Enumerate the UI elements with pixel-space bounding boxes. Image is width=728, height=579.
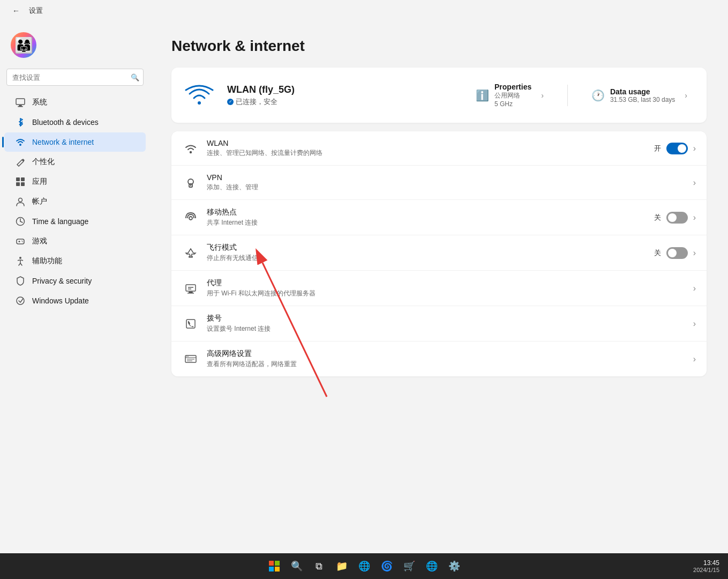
- sidebar-item-privacy[interactable]: Privacy & security: [4, 271, 146, 291]
- sidebar-icon-accessibility: [15, 256, 26, 266]
- toggle-hotspot[interactable]: [666, 212, 688, 224]
- toggle-wlan[interactable]: [666, 143, 688, 154]
- sidebar-item-bluetooth[interactable]: Bluetooth & devices: [4, 113, 146, 132]
- setting-title-wlan: WLAN: [207, 139, 654, 147]
- svg-rect-26: [186, 285, 196, 291]
- svg-rect-40: [269, 561, 274, 566]
- svg-rect-8: [21, 182, 25, 186]
- taskbar-files-icon[interactable]: 📁: [332, 556, 351, 576]
- chevron-wlan: ›: [693, 144, 696, 153]
- sidebar-label-system: 系统: [32, 98, 47, 107]
- sidebar-icon-windowsUpdate: [15, 295, 26, 306]
- properties-link[interactable]: ℹ️ Properties 公用网络 5 GHz ›: [469, 78, 550, 112]
- wifi-icon-large: [184, 84, 216, 107]
- svg-rect-43: [275, 567, 280, 571]
- status-dot: [227, 99, 234, 105]
- sidebar-item-timeLanguage[interactable]: Time & language: [4, 212, 146, 231]
- setting-row-airplane[interactable]: 飞行模式停止所有无线通信关›: [171, 235, 707, 270]
- svg-rect-0: [16, 99, 25, 105]
- wifi-props: ℹ️ Properties 公用网络 5 GHz › 🕐 Data usage …: [469, 78, 694, 112]
- taskbar-windows-icon[interactable]: [265, 556, 284, 576]
- sidebar-label-timeLanguage: Time & language: [32, 217, 88, 226]
- taskbar-clock: 13:45 2024/1/15: [693, 559, 719, 573]
- search-input[interactable]: [6, 69, 144, 86]
- wifi-status-text: 已连接，安全: [236, 97, 277, 107]
- setting-icon-advanced: [182, 351, 199, 368]
- properties-sub1: 公用网络: [494, 91, 531, 100]
- sidebar-item-accounts[interactable]: 帐户: [4, 192, 146, 211]
- setting-row-proxy[interactable]: 代理用于 Wi-Fi 和以太网连接的代理服务器›: [171, 270, 707, 306]
- svg-rect-7: [16, 182, 20, 186]
- svg-rect-6: [21, 177, 25, 181]
- setting-icon-vpn: [182, 174, 199, 191]
- svg-point-25: [189, 217, 192, 220]
- setting-row-wlan[interactable]: WLAN连接、管理已知网络、按流量计费的网络开›: [171, 131, 707, 165]
- search-box: 🔍: [6, 69, 144, 86]
- svg-point-16: [21, 241, 22, 242]
- settings-group: WLAN连接、管理已知网络、按流量计费的网络开›VPN添加、连接、管理›移动热点…: [171, 131, 707, 376]
- back-button[interactable]: ←: [9, 3, 24, 18]
- taskbar-edge-icon[interactable]: 🌀: [377, 556, 396, 576]
- svg-rect-42: [269, 567, 274, 571]
- setting-title-hotspot: 移动热点: [207, 207, 654, 217]
- taskbar-date-text: 2024/1/15: [693, 567, 719, 573]
- search-icon: 🔍: [131, 73, 139, 81]
- setting-row-vpn[interactable]: VPN添加、连接、管理›: [171, 165, 707, 199]
- svg-point-20: [198, 101, 201, 105]
- sidebar-item-system[interactable]: 系统: [4, 93, 146, 112]
- setting-subtitle-vpn: 添加、连接、管理: [207, 183, 693, 192]
- svg-point-35: [187, 356, 189, 357]
- sidebar-label-accessibility: 辅助功能: [32, 256, 62, 266]
- wifi-info: WLAN (fly_5G) 已连接，安全: [227, 84, 459, 107]
- sidebar-item-apps[interactable]: 应用: [4, 172, 146, 191]
- wifi-header-card: WLAN (fly_5G) 已连接，安全 ℹ️ Properties 公用网络 …: [171, 68, 707, 123]
- toggle-thumb-wlan: [678, 144, 686, 153]
- taskbar-settings-icon[interactable]: ⚙️: [445, 556, 464, 576]
- taskbar-chrome-icon[interactable]: 🌐: [355, 556, 374, 576]
- sidebar-label-accounts: 帐户: [32, 197, 47, 206]
- taskbar-search-icon[interactable]: 🔍: [287, 556, 306, 576]
- sidebar-icon-privacy: [15, 276, 26, 286]
- svg-rect-31: [186, 320, 195, 328]
- prop-divider: [567, 85, 568, 106]
- setting-icon-hotspot: [182, 209, 199, 226]
- taskbar-right: 13:45 2024/1/15: [693, 559, 719, 573]
- taskbar-store-icon[interactable]: 🛒: [400, 556, 419, 576]
- toggle-airplane[interactable]: [666, 247, 688, 259]
- taskbar-taskview-icon[interactable]: ⧉: [310, 556, 329, 576]
- taskbar-network-icon[interactable]: 🌐: [422, 556, 441, 576]
- toggle-label-wlan: 开: [654, 144, 661, 153]
- sidebar-label-network: Network & internet: [32, 138, 94, 146]
- sidebar-item-personalization[interactable]: 个性化: [4, 152, 146, 172]
- chevron-dialup: ›: [693, 319, 696, 329]
- sidebar-item-network[interactable]: Network & internet: [4, 132, 146, 152]
- sidebar-icon-network: [15, 137, 26, 147]
- user-avatar-section: 👨‍👩‍👧: [0, 26, 150, 69]
- sidebar-item-gaming[interactable]: 游戏: [4, 232, 146, 251]
- taskbar: 🔍 ⧉ 📁 🌐 🌀 🛒 🌐 ⚙️ 13:45 2024/1/15: [0, 553, 728, 579]
- setting-text-proxy: 代理用于 Wi-Fi 和以太网连接的代理服务器: [207, 278, 693, 298]
- setting-row-dialup[interactable]: 拨号设置拨号 Internet 连接›: [171, 306, 707, 341]
- setting-text-advanced: 高级网络设置查看所有网络适配器，网络重置: [207, 349, 693, 369]
- setting-text-hotspot: 移动热点共享 Internet 连接: [207, 207, 654, 227]
- setting-row-advanced[interactable]: 高级网络设置查看所有网络适配器，网络重置›: [171, 341, 707, 376]
- setting-right-dialup: ›: [693, 319, 696, 329]
- chevron-proxy: ›: [693, 284, 696, 293]
- properties-sub2: 5 GHz: [494, 100, 531, 108]
- setting-right-wlan: 开›: [654, 143, 696, 154]
- svg-point-9: [19, 198, 22, 202]
- avatar[interactable]: 👨‍👩‍👧: [11, 32, 36, 58]
- svg-rect-27: [189, 292, 193, 293]
- data-usage-link[interactable]: 🕐 Data usage 31.53 GB, last 30 days ›: [585, 83, 694, 108]
- setting-subtitle-advanced: 查看所有网络适配器，网络重置: [207, 360, 693, 369]
- info-icon: ℹ️: [476, 89, 489, 102]
- setting-text-airplane: 飞行模式停止所有无线通信: [207, 243, 654, 263]
- svg-rect-1: [19, 105, 22, 106]
- data-usage-sub: 31.53 GB, last 30 days: [610, 96, 675, 103]
- properties-chevron: ›: [541, 91, 544, 100]
- toggle-thumb-airplane: [668, 249, 677, 257]
- sidebar-item-accessibility[interactable]: 辅助功能: [4, 251, 146, 271]
- sidebar-item-windowsUpdate[interactable]: Windows Update: [4, 291, 146, 310]
- setting-row-hotspot[interactable]: 移动热点共享 Internet 连接关›: [171, 199, 707, 235]
- properties-title: Properties: [494, 83, 531, 91]
